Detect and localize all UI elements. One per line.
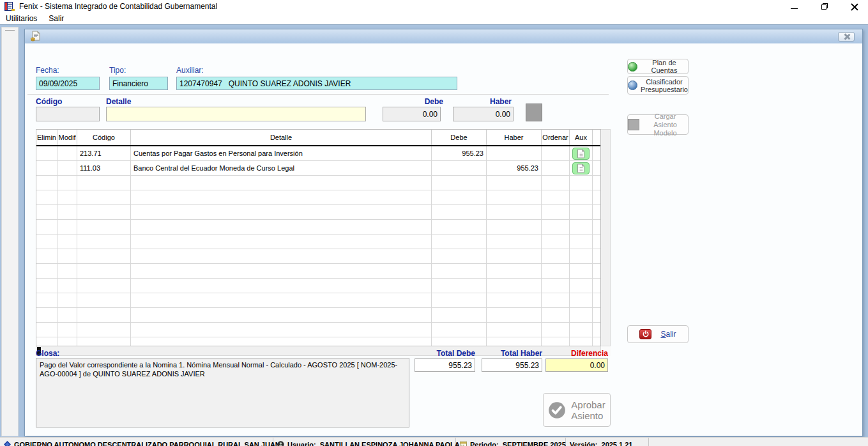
tipo-field[interactable]: Financiero	[109, 77, 168, 90]
table-row-empty	[36, 190, 600, 205]
grid-cell	[57, 205, 77, 220]
grid-cell	[57, 249, 77, 264]
asiento-close-button[interactable]	[838, 32, 855, 42]
minimize-icon	[791, 8, 798, 9]
auxiliar-label: Auxiliar:	[176, 66, 204, 75]
grid-cell	[131, 308, 432, 323]
grid-cell	[542, 264, 570, 279]
grid-cell	[487, 220, 542, 235]
grid-cell	[570, 279, 593, 293]
grid-cell: Cuentas por Pagar Gastos en Personal par…	[131, 146, 432, 161]
grid-cell	[36, 176, 57, 190]
haber-input[interactable]: 0.00	[453, 107, 514, 121]
diferencia-field: 0.00	[545, 358, 608, 372]
grid-cell	[57, 279, 77, 293]
statusbar-entity: GOBIERNO AUTONOMO DESCENTRALIZADO PARROQ…	[0, 438, 273, 446]
asientos-grid: EliminModifCódigoDetalleDebeHaberOrdenar…	[36, 129, 611, 356]
grid-cell	[36, 337, 57, 346]
grid-vertical-scrollbar[interactable]	[601, 129, 611, 346]
statusbar-version: Versión: 2025.1.21	[566, 438, 649, 446]
cargar-asiento-modelo-button[interactable]: Cargar AsientoModelo	[627, 114, 689, 135]
grid-cell	[432, 220, 487, 235]
gray-square-icon	[628, 119, 639, 130]
grid-cell	[57, 264, 77, 279]
table-row-empty	[36, 176, 600, 190]
grid-cell	[36, 146, 57, 161]
grid-cell	[77, 264, 131, 279]
grid-cell	[36, 235, 57, 249]
close-icon	[851, 3, 858, 10]
table-row[interactable]: 111.03Banco Central del Ecuador Moneda d…	[36, 161, 600, 176]
grid-cell	[542, 146, 570, 161]
asiento-window-titlebar	[25, 29, 862, 43]
grid-cell	[570, 205, 593, 220]
aprobar-asiento-button[interactable]: AprobarAsiento	[543, 393, 611, 427]
codigo-entry-label: Código	[36, 97, 62, 106]
detalle-input[interactable]	[106, 107, 366, 121]
aprobar-asiento-label: AprobarAsiento	[571, 399, 605, 421]
plan-de-cuentas-button[interactable]: Plan de Cuentas	[627, 59, 689, 74]
auxiliar-field[interactable]: 1207470947 QUINTO SUAREZ ADONIS JAVIER	[176, 77, 457, 90]
grid-cell	[77, 293, 131, 308]
grid-cell	[487, 146, 542, 161]
grid-inner: EliminModifCódigoDetalleDebeHaberOrdenar…	[36, 129, 601, 346]
glosa-textarea[interactable]: Pago del Valor correspondiente a la Nomi…	[36, 358, 409, 427]
salir-label: Salir	[660, 330, 676, 339]
asiento-window: Fecha: Tipo: Auxiliar: 09/09/2025 Financ…	[24, 29, 863, 436]
grid-cell	[57, 323, 77, 337]
grid-cell	[36, 161, 57, 176]
close-button[interactable]	[844, 1, 864, 12]
cargar-asiento-label: Cargar AsientoModelo	[643, 112, 688, 137]
clasificador-label: ClasificadorPresupuestario	[641, 78, 688, 93]
aux-button[interactable]	[572, 162, 590, 174]
grid-cell	[542, 176, 570, 190]
window-titlebar: Fenix - Sistema Integrado de Contabilida…	[0, 0, 868, 13]
grid-cell	[487, 264, 542, 279]
grid-cell	[57, 293, 77, 308]
restore-button[interactable]	[815, 1, 834, 12]
grid-header: EliminModifCódigoDetalleDebeHaberOrdenar…	[36, 130, 600, 146]
grid-cell	[432, 293, 487, 308]
grid-cell-aux	[570, 146, 593, 161]
app-icon	[4, 1, 15, 12]
aux-doc-icon	[577, 149, 585, 158]
table-row[interactable]: 213.71Cuentas por Pagar Gastos en Person…	[36, 146, 600, 161]
grid-cell	[36, 323, 57, 337]
total-haber-field: 955.23	[482, 358, 542, 372]
grid-cell	[131, 190, 432, 205]
statusbar-usuario: Usuario: SANTILLAN ESPINOZA JOHANNA PAOL…	[273, 438, 456, 446]
fecha-field[interactable]: 09/09/2025	[36, 77, 100, 90]
table-row-empty	[36, 323, 600, 337]
menu-utilitarios[interactable]: Utilitarios	[0, 13, 43, 24]
grid-cell	[542, 161, 570, 176]
grid-cell	[432, 308, 487, 323]
grid-column-header-código: Código	[77, 130, 131, 145]
grid-cell	[77, 205, 131, 220]
grid-cell-filler	[593, 323, 600, 337]
detalle-entry-label: Detalle	[106, 97, 131, 106]
grid-cell	[542, 249, 570, 264]
entry-action-button[interactable]	[526, 104, 542, 121]
restore-icon	[821, 3, 828, 10]
menu-salir[interactable]: Salir	[43, 13, 70, 24]
clasificador-presupuestario-button[interactable]: ClasificadorPresupuestario	[627, 76, 689, 95]
table-row-empty	[36, 264, 600, 279]
aux-button[interactable]	[572, 148, 590, 160]
table-row-empty	[36, 293, 600, 308]
total-debe-field: 955.23	[415, 358, 475, 372]
toolbar-grip[interactable]	[5, 30, 15, 31]
grid-cell-filler	[593, 161, 600, 176]
grid-cell	[570, 308, 593, 323]
total-haber-label: Total Haber	[482, 349, 542, 358]
grid-cell	[77, 308, 131, 323]
grid-cell	[131, 220, 432, 235]
table-row-empty	[36, 249, 600, 264]
salir-button[interactable]: Salir	[627, 325, 689, 343]
debe-input[interactable]: 0.00	[383, 107, 441, 121]
separator-line	[27, 94, 609, 95]
codigo-input[interactable]	[36, 107, 100, 121]
grid-cell	[542, 190, 570, 205]
grid-cell	[432, 235, 487, 249]
minimize-button[interactable]	[784, 1, 803, 12]
grid-cell	[570, 176, 593, 190]
